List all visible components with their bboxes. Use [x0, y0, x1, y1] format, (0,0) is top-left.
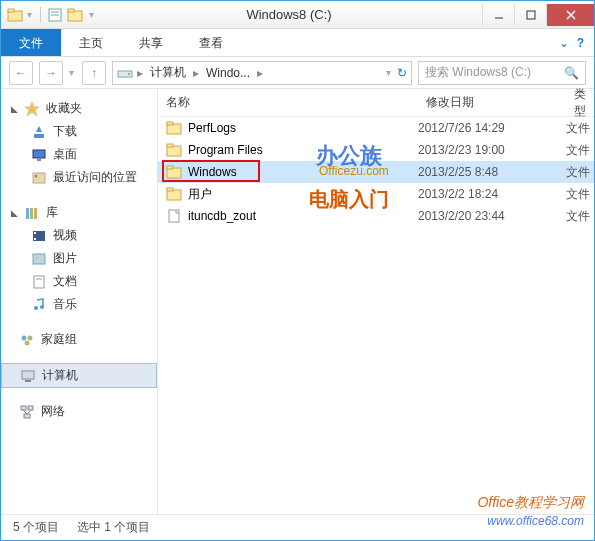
file-row[interactable]: Windows2013/2/25 8:48文件 — [158, 161, 594, 183]
help-icon[interactable]: ? — [577, 36, 584, 50]
svg-rect-8 — [527, 11, 535, 19]
column-headers: 名称 修改日期 类型 — [158, 89, 594, 117]
qat-more-icon[interactable]: ▾ — [89, 9, 96, 20]
search-icon: 🔍 — [564, 66, 579, 80]
sidebar-item-recent[interactable]: 最近访问的位置 — [1, 166, 157, 189]
sidebar-item-videos[interactable]: 视频 — [1, 224, 157, 247]
qat-dropdown-icon[interactable]: ▾ — [27, 9, 34, 20]
svg-rect-6 — [68, 9, 74, 12]
svg-line-41 — [27, 410, 31, 414]
quick-access-toolbar: ▾ ▾ — [1, 7, 96, 23]
star-icon — [24, 101, 40, 117]
file-row[interactable]: PerfLogs2012/7/26 14:29文件 — [158, 117, 594, 139]
file-date: 2013/2/20 23:44 — [418, 209, 566, 223]
tab-home[interactable]: 主页 — [61, 29, 121, 56]
close-button[interactable] — [546, 4, 594, 26]
file-date: 2012/7/26 14:29 — [418, 121, 566, 135]
properties-icon[interactable] — [47, 7, 63, 23]
sidebar-item-pictures[interactable]: 图片 — [1, 247, 157, 270]
explorer-window: ▾ ▾ Windows8 (C:) 文件 主页 共享 查看 ⌄ ? ← → — [0, 0, 595, 541]
file-row[interactable]: 用户2013/2/2 18:24文件 — [158, 183, 594, 205]
svg-rect-28 — [34, 276, 44, 288]
sidebar-item-documents[interactable]: 文档 — [1, 270, 157, 293]
status-count: 5 个项目 — [13, 519, 59, 536]
svg-rect-1 — [8, 9, 14, 12]
file-row[interactable]: Program Files2013/2/23 19:00文件 — [158, 139, 594, 161]
svg-point-31 — [40, 305, 44, 309]
svg-rect-20 — [26, 208, 29, 219]
folder-icon — [166, 186, 182, 202]
sidebar-item-desktop[interactable]: 桌面 — [1, 143, 157, 166]
svg-point-30 — [34, 306, 38, 310]
breadcrumb-computer[interactable]: 计算机 — [147, 64, 189, 81]
tab-view[interactable]: 查看 — [181, 29, 241, 56]
file-type: 文件 — [566, 164, 594, 181]
chevron-right-icon[interactable]: ▸ — [193, 66, 199, 80]
svg-rect-17 — [37, 159, 41, 161]
chevron-right-icon[interactable]: ▸ — [257, 66, 263, 80]
sidebar-favorites[interactable]: ◣ 收藏夹 — [1, 97, 157, 120]
svg-point-33 — [28, 335, 33, 340]
back-button[interactable]: ← — [9, 61, 33, 85]
minimize-button[interactable] — [482, 4, 514, 26]
sidebar-favorites-label: 收藏夹 — [46, 100, 82, 117]
svg-point-34 — [25, 340, 30, 345]
computer-icon — [20, 368, 36, 384]
file-list[interactable]: PerfLogs2012/7/26 14:29文件Program Files20… — [158, 117, 594, 514]
folder-icon — [166, 142, 182, 158]
svg-rect-50 — [169, 210, 179, 222]
pictures-icon — [31, 251, 47, 267]
history-dropdown-icon[interactable]: ▾ — [69, 67, 76, 78]
sidebar-item-music[interactable]: 音乐 — [1, 293, 157, 316]
homegroup-icon — [19, 332, 35, 348]
sidebar-network[interactable]: 网络 — [1, 400, 157, 423]
ribbon-expand-icon[interactable]: ⌄ — [559, 36, 569, 50]
status-selected: 选中 1 个项目 — [77, 519, 150, 536]
collapse-icon[interactable]: ◣ — [11, 104, 18, 114]
maximize-button[interactable] — [514, 4, 546, 26]
file-type: 文件 — [566, 208, 594, 225]
sidebar-item-downloads[interactable]: 下载 — [1, 120, 157, 143]
sidebar-libraries[interactable]: ◣ 库 — [1, 201, 157, 224]
svg-rect-35 — [22, 371, 34, 379]
forward-button[interactable]: → — [39, 61, 63, 85]
file-icon — [166, 208, 182, 224]
file-type: 文件 — [566, 120, 594, 137]
refresh-icon[interactable]: ↻ — [397, 66, 407, 80]
chevron-right-icon[interactable]: ▸ — [137, 66, 143, 80]
svg-rect-14 — [34, 134, 44, 138]
address-dropdown-icon[interactable]: ▾ — [386, 67, 393, 78]
up-button[interactable]: ↑ — [82, 61, 106, 85]
address-bar[interactable]: ▸ 计算机 ▸ Windo... ▸ ▾ ↻ — [112, 61, 412, 85]
svg-rect-49 — [167, 188, 173, 191]
search-placeholder: 搜索 Windows8 (C:) — [425, 64, 531, 81]
network-icon — [19, 404, 35, 420]
download-icon — [31, 124, 47, 140]
file-name: Windows — [188, 165, 237, 179]
libraries-icon — [24, 205, 40, 221]
collapse-icon[interactable]: ◣ — [11, 208, 18, 218]
new-folder-icon[interactable] — [67, 7, 85, 23]
svg-rect-38 — [28, 406, 33, 410]
tab-share[interactable]: 共享 — [121, 29, 181, 56]
sidebar-computer[interactable]: 计算机 — [1, 363, 157, 388]
svg-rect-22 — [34, 208, 37, 219]
search-input[interactable]: 搜索 Windows8 (C:) 🔍 — [418, 61, 586, 85]
file-name: ituncdb_zout — [188, 209, 256, 223]
svg-rect-39 — [24, 414, 30, 418]
tab-file[interactable]: 文件 — [1, 29, 61, 56]
svg-rect-47 — [167, 166, 173, 169]
breadcrumb-drive[interactable]: Windo... — [203, 66, 253, 80]
file-date: 2013/2/25 8:48 — [418, 165, 566, 179]
desktop-icon — [31, 147, 47, 163]
svg-marker-15 — [36, 126, 42, 132]
column-date[interactable]: 修改日期 — [418, 94, 566, 111]
app-icon — [7, 7, 23, 23]
sidebar-libraries-label: 库 — [46, 204, 58, 221]
recent-icon — [31, 170, 47, 186]
file-type: 文件 — [566, 186, 594, 203]
file-row[interactable]: ituncdb_zout2013/2/20 23:44文件 — [158, 205, 594, 227]
sidebar-homegroup[interactable]: 家庭组 — [1, 328, 157, 351]
column-name[interactable]: 名称 — [158, 94, 418, 111]
column-type[interactable]: 类型 — [566, 86, 594, 120]
